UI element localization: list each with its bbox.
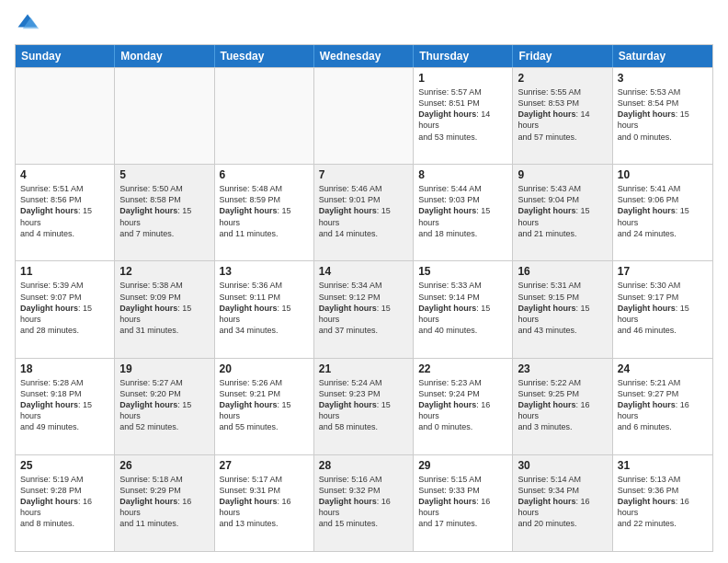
- sunrise-text: Sunrise: 5:48 AM: [220, 183, 309, 194]
- daylight-minutes: and 17 minutes.: [418, 518, 507, 529]
- day-cell-25: 25Sunrise: 5:19 AMSunset: 9:28 PMDayligh…: [16, 455, 115, 551]
- day-number: 21: [319, 362, 408, 375]
- day-number: 8: [418, 168, 507, 181]
- daylight-minutes: and 4 minutes.: [20, 228, 109, 239]
- sunset-text: Sunset: 9:12 PM: [319, 292, 408, 303]
- sunrise-text: Sunrise: 5:24 AM: [319, 377, 408, 388]
- sunrise-text: Sunrise: 5:43 AM: [518, 183, 607, 194]
- sunset-text: Sunset: 9:15 PM: [518, 292, 607, 303]
- day-number: 27: [220, 459, 309, 472]
- header-day-friday: Friday: [513, 45, 612, 67]
- daylight-minutes: and 40 minutes.: [418, 325, 507, 336]
- daylight-text: Daylight hours: 16 hours: [418, 399, 507, 421]
- day-number: 14: [319, 265, 408, 278]
- sunset-text: Sunset: 9:09 PM: [119, 292, 209, 303]
- day-cell-14: 14Sunrise: 5:34 AMSunset: 9:12 PMDayligh…: [314, 261, 414, 357]
- day-number: 5: [119, 168, 209, 181]
- day-number: 25: [20, 459, 109, 472]
- day-number: 13: [220, 265, 309, 278]
- sunset-text: Sunset: 9:24 PM: [418, 388, 507, 399]
- daylight-text: Daylight hours: 16 hours: [119, 496, 209, 518]
- day-cell-7: 7Sunrise: 5:46 AMSunset: 9:01 PMDaylight…: [314, 165, 414, 260]
- sunrise-text: Sunrise: 5:22 AM: [518, 377, 607, 388]
- page: SundayMondayTuesdayWednesdayThursdayFrid…: [0, 0, 728, 563]
- sunrise-text: Sunrise: 5:33 AM: [418, 280, 507, 291]
- daylight-text: Daylight hours: 15 hours: [20, 303, 109, 325]
- daylight-text: Daylight hours: 15 hours: [20, 205, 109, 227]
- daylight-text: Daylight hours: 15 hours: [319, 399, 408, 421]
- empty-cell: [314, 68, 414, 164]
- sunset-text: Sunset: 9:31 PM: [220, 485, 309, 496]
- sunset-text: Sunset: 9:17 PM: [618, 292, 708, 303]
- day-cell-6: 6Sunrise: 5:48 AMSunset: 8:59 PMDaylight…: [215, 165, 314, 260]
- sunrise-text: Sunrise: 5:21 AM: [618, 377, 708, 388]
- sunrise-text: Sunrise: 5:27 AM: [119, 377, 209, 388]
- day-number: 17: [618, 265, 708, 278]
- sunrise-text: Sunrise: 5:38 AM: [119, 280, 209, 291]
- day-cell-11: 11Sunrise: 5:39 AMSunset: 9:07 PMDayligh…: [16, 261, 115, 357]
- day-cell-18: 18Sunrise: 5:28 AMSunset: 9:18 PMDayligh…: [16, 359, 115, 454]
- day-number: 26: [119, 459, 209, 472]
- daylight-text: Daylight hours: 15 hours: [20, 399, 109, 421]
- day-number: 2: [518, 72, 607, 85]
- daylight-text: Daylight hours: 16 hours: [518, 399, 607, 421]
- day-number: 23: [518, 362, 607, 375]
- daylight-minutes: and 22 minutes.: [618, 518, 708, 529]
- sunset-text: Sunset: 8:51 PM: [418, 98, 507, 109]
- day-number: 24: [618, 362, 708, 375]
- day-cell-31: 31Sunrise: 5:13 AMSunset: 9:36 PMDayligh…: [613, 455, 712, 551]
- daylight-text: Daylight hours: 16 hours: [418, 496, 507, 518]
- daylight-minutes: and 15 minutes.: [319, 518, 408, 529]
- day-cell-20: 20Sunrise: 5:26 AMSunset: 9:21 PMDayligh…: [215, 359, 314, 454]
- sunrise-text: Sunrise: 5:19 AM: [20, 474, 109, 485]
- sunset-text: Sunset: 8:56 PM: [20, 194, 109, 205]
- daylight-minutes: and 43 minutes.: [518, 325, 607, 336]
- daylight-text: Daylight hours: 15 hours: [119, 399, 209, 421]
- daylight-minutes: and 3 minutes.: [518, 421, 607, 432]
- day-number: 10: [618, 168, 708, 181]
- day-cell-26: 26Sunrise: 5:18 AMSunset: 9:29 PMDayligh…: [115, 455, 214, 551]
- daylight-text: Daylight hours: 15 hours: [518, 303, 607, 325]
- sunrise-text: Sunrise: 5:50 AM: [119, 183, 209, 194]
- day-number: 3: [618, 72, 708, 85]
- sunset-text: Sunset: 9:04 PM: [518, 194, 607, 205]
- sunrise-text: Sunrise: 5:31 AM: [518, 280, 607, 291]
- day-number: 20: [220, 362, 309, 375]
- day-number: 7: [319, 168, 408, 181]
- sunrise-text: Sunrise: 5:57 AM: [418, 86, 507, 98]
- sunrise-text: Sunrise: 5:15 AM: [418, 474, 507, 485]
- day-cell-28: 28Sunrise: 5:16 AMSunset: 9:32 PMDayligh…: [314, 455, 414, 551]
- sunrise-text: Sunrise: 5:55 AM: [518, 86, 607, 98]
- daylight-text: Daylight hours: 15 hours: [618, 109, 708, 131]
- calendar: SundayMondayTuesdayWednesdayThursdayFrid…: [15, 44, 713, 552]
- daylight-text: Daylight hours: 15 hours: [319, 303, 408, 325]
- sunrise-text: Sunrise: 5:18 AM: [119, 474, 209, 485]
- sunrise-text: Sunrise: 5:39 AM: [20, 280, 109, 291]
- day-cell-13: 13Sunrise: 5:36 AMSunset: 9:11 PMDayligh…: [215, 261, 314, 357]
- sunrise-text: Sunrise: 5:36 AM: [220, 280, 309, 291]
- day-cell-16: 16Sunrise: 5:31 AMSunset: 9:15 PMDayligh…: [513, 261, 612, 357]
- sunset-text: Sunset: 9:14 PM: [418, 292, 507, 303]
- sunset-text: Sunset: 8:54 PM: [618, 98, 708, 109]
- daylight-minutes: and 57 minutes.: [518, 132, 607, 143]
- daylight-minutes: and 34 minutes.: [220, 325, 309, 336]
- week-row-4: 18Sunrise: 5:28 AMSunset: 9:18 PMDayligh…: [16, 358, 712, 454]
- day-cell-4: 4Sunrise: 5:51 AMSunset: 8:56 PMDaylight…: [16, 165, 115, 260]
- sunset-text: Sunset: 9:06 PM: [618, 194, 708, 205]
- daylight-minutes: and 13 minutes.: [220, 518, 309, 529]
- sunset-text: Sunset: 9:18 PM: [20, 388, 109, 399]
- day-cell-9: 9Sunrise: 5:43 AMSunset: 9:04 PMDaylight…: [513, 165, 612, 260]
- empty-cell: [115, 68, 214, 164]
- daylight-text: Daylight hours: 15 hours: [618, 303, 708, 325]
- day-number: 18: [20, 362, 109, 375]
- day-number: 12: [119, 265, 209, 278]
- sunrise-text: Sunrise: 5:46 AM: [319, 183, 408, 194]
- daylight-minutes: and 28 minutes.: [20, 325, 109, 336]
- day-cell-1: 1Sunrise: 5:57 AMSunset: 8:51 PMDaylight…: [414, 68, 513, 164]
- day-cell-19: 19Sunrise: 5:27 AMSunset: 9:20 PMDayligh…: [115, 359, 214, 454]
- sunset-text: Sunset: 9:01 PM: [319, 194, 408, 205]
- day-cell-17: 17Sunrise: 5:30 AMSunset: 9:17 PMDayligh…: [613, 261, 712, 357]
- sunset-text: Sunset: 9:25 PM: [518, 388, 607, 399]
- daylight-text: Daylight hours: 15 hours: [220, 205, 309, 227]
- daylight-text: Daylight hours: 16 hours: [20, 496, 109, 518]
